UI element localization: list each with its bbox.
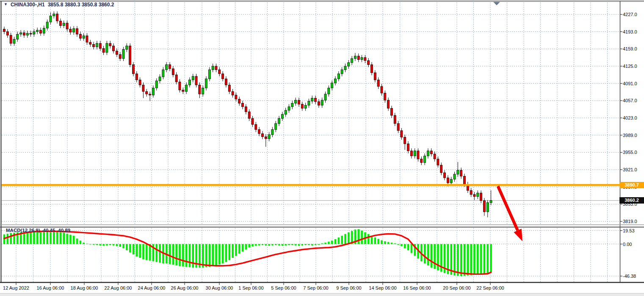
price-axis-label: 3989.0 [623, 132, 637, 138]
macd-axis-label: 0.00 [623, 241, 632, 247]
time-axis-label: 16 Sep 06:00 [403, 285, 431, 291]
price-axis-label: 4159.0 [623, 46, 637, 52]
time-axis-label: 14 Sep 06:00 [369, 285, 396, 291]
window-bottom-edge [0, 293, 644, 296]
time-axis-label: 24 Aug 06:00 [138, 285, 166, 291]
resistance-price-tag: 3890.7 [619, 182, 644, 188]
price-axis-label: 4227.0 [623, 11, 637, 17]
time-axis-label: 16 Aug 06:00 [37, 285, 64, 291]
macd-values: -40.45 -40.89 [41, 228, 70, 233]
macd-axis-label: 19.53 [623, 228, 635, 234]
time-axis-label: 30 Aug 06:00 [206, 285, 233, 291]
price-axis-label: 4091.0 [623, 81, 637, 87]
time-axis-label: 9 Sep 06:00 [336, 285, 361, 291]
macd-axis-label: -46.38 [623, 273, 636, 279]
macd-name: MACD(12,26,9) [6, 228, 40, 233]
price-axis-label: 4057.0 [623, 98, 637, 103]
symbol-timeframe-label: CHINA300-,H1 [11, 2, 45, 8]
price-axis-label: 3921.0 [623, 167, 637, 173]
ohlc-values: 3855.8 3880.3 3850.8 3860.2 [48, 2, 114, 8]
price-axis-label: 4193.0 [623, 29, 637, 35]
labels-overlay: ▼ CHINA300-,H1 3855.8 3880.3 3850.8 3860… [0, 0, 644, 296]
macd-indicator-label: MACD(12,26,9) -40.45 -40.89 [6, 228, 70, 233]
chart-window: ▼ CHINA300-,H1 3855.8 3880.3 3850.8 3860… [0, 0, 644, 296]
chevron-down-icon[interactable]: ▼ [4, 2, 8, 6]
time-axis-label: 5 Sep 06:00 [271, 285, 296, 291]
time-axis-label: 22 Sep 06:00 [476, 285, 504, 291]
time-axis-label: 12 Aug 2022 [3, 285, 29, 291]
bid-price-tag: 3860.2 [619, 197, 644, 204]
time-axis-label: 26 Aug 06:00 [171, 285, 199, 291]
symbol-info-line: ▼ CHINA300-,H1 3855.8 3880.3 3850.8 3860… [4, 2, 114, 8]
time-axis-label: 20 Sep 06:00 [443, 285, 470, 291]
price-axis-label: 4125.0 [623, 63, 637, 69]
time-axis-label: 7 Sep 06:00 [303, 285, 328, 291]
price-axis-label: 3819.0 [623, 218, 637, 224]
time-axis-label: 1 Sep 06:00 [238, 285, 263, 291]
time-axis-label: 22 Aug 06:00 [105, 285, 132, 291]
price-axis-label: 3955.0 [623, 149, 637, 155]
price-axis-label: 4023.0 [623, 115, 637, 121]
time-axis-label: 18 Aug 06:00 [71, 285, 98, 291]
